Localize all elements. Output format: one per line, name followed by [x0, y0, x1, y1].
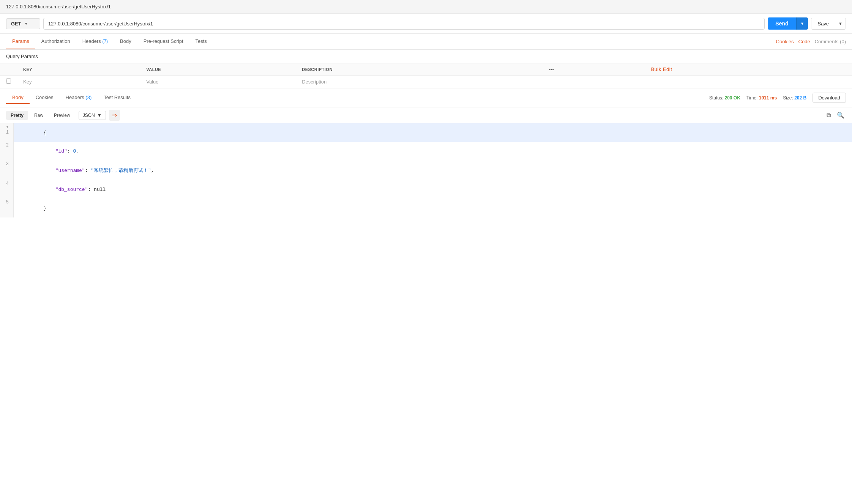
- send-dropdown-button[interactable]: ▼: [796, 17, 808, 30]
- code-lines: ▾ 1 { 2 "id": 0, 3 "username": "系统繁忙，请稍后…: [0, 123, 852, 217]
- tab-pre-request-script[interactable]: Pre-request Script: [137, 34, 189, 49]
- tab-authorization[interactable]: Authorization: [35, 34, 76, 49]
- line-content-1: {: [14, 123, 852, 142]
- url-bar: GET ▼ Send ▼ Save ▼: [0, 14, 852, 34]
- th-value: VALUE: [140, 63, 296, 76]
- response-tab-headers[interactable]: Headers (3): [60, 91, 98, 104]
- bulk-edit-link[interactable]: Bulk Edit: [648, 63, 672, 75]
- row-checkbox[interactable]: [0, 76, 17, 88]
- line-number-1[interactable]: ▾ 1: [0, 123, 14, 142]
- send-button-group: Send ▼: [768, 17, 808, 30]
- format-right-actions: ⧉ 🔍: [825, 110, 846, 120]
- code-link[interactable]: Code: [798, 39, 810, 44]
- page-title: 127.0.0.1:8080/consumer/user/getUserHyst…: [6, 4, 111, 9]
- wrap-button[interactable]: ⇒: [109, 110, 120, 121]
- format-preview-button[interactable]: Preview: [49, 111, 75, 120]
- url-input[interactable]: [43, 18, 765, 30]
- save-dropdown-button[interactable]: ▼: [835, 18, 846, 29]
- th-description: DESCRIPTION: [296, 63, 543, 76]
- method-select[interactable]: GET ▼: [6, 18, 40, 29]
- response-tabs: Body Cookies Headers (3) Test Results: [6, 91, 137, 104]
- json-indent-2: [43, 148, 55, 154]
- json-brace-open: {: [43, 130, 46, 135]
- tab-body[interactable]: Body: [114, 34, 137, 49]
- download-button[interactable]: Download: [813, 93, 846, 103]
- row-key[interactable]: Key: [17, 76, 140, 88]
- response-tab-body[interactable]: Body: [6, 91, 30, 104]
- status-value: 200 OK: [725, 95, 740, 101]
- tabs-right: Cookies Code Comments (0): [776, 39, 846, 44]
- request-tabs-bar: Params Authorization Headers (7) Body Pr…: [0, 34, 852, 50]
- row-checkbox-input[interactable]: [6, 79, 11, 83]
- json-indent-4: [43, 187, 55, 192]
- th-key: KEY: [17, 63, 140, 76]
- tab-tests[interactable]: Tests: [189, 34, 213, 49]
- tab-params[interactable]: Params: [6, 34, 35, 49]
- th-more[interactable]: •••: [543, 63, 642, 76]
- status-label: Status: 200 OK: [709, 95, 740, 101]
- row-more: [543, 76, 642, 88]
- row-value[interactable]: Value: [140, 76, 296, 88]
- response-tab-test-results[interactable]: Test Results: [98, 91, 137, 104]
- comments-link[interactable]: Comments (0): [815, 39, 846, 44]
- wrap-icon: ⇒: [112, 112, 117, 118]
- json-indent-3: [43, 168, 55, 173]
- send-button[interactable]: Send: [768, 17, 796, 30]
- code-area: ▾ 1 { 2 "id": 0, 3 "username": "系统繁忙，请稍后…: [0, 123, 852, 217]
- cookies-link[interactable]: Cookies: [776, 39, 794, 44]
- format-type-select[interactable]: JSON ▼: [79, 111, 106, 120]
- json-key-dbsource: "db_source": [55, 187, 88, 192]
- title-bar: 127.0.0.1:8080/consumer/user/getUserHyst…: [0, 0, 852, 14]
- params-table: KEY VALUE DESCRIPTION ••• Bulk Edit Key …: [0, 63, 852, 88]
- format-pretty-button[interactable]: Pretty: [6, 111, 28, 120]
- format-raw-button[interactable]: Raw: [30, 111, 48, 120]
- code-line-4: 4 "db_source": null: [0, 180, 852, 199]
- json-brace-close: }: [43, 205, 46, 211]
- tab-headers[interactable]: Headers (7): [76, 34, 114, 49]
- format-type-label: JSON: [83, 113, 95, 118]
- time-label: Time: 1011 ms: [746, 95, 777, 101]
- size-value: 202 B: [794, 95, 806, 101]
- query-params-title: Query Params: [0, 50, 852, 63]
- response-meta: Status: 200 OK Time: 1011 ms Size: 202 B…: [709, 93, 846, 103]
- method-chevron-icon: ▼: [24, 22, 28, 26]
- json-value-username: "系统繁忙，请稍后再试！": [91, 168, 151, 173]
- save-button[interactable]: Save: [811, 18, 835, 29]
- line-content-2: "id": 0,: [14, 142, 852, 161]
- th-checkbox: [0, 63, 17, 76]
- more-options-icon[interactable]: •••: [549, 67, 554, 72]
- line-number-3: 3: [0, 161, 14, 180]
- th-bulk-edit: Bulk Edit: [642, 63, 852, 76]
- line-number-4: 4: [0, 180, 14, 199]
- format-type-chevron-icon: ▼: [97, 113, 102, 118]
- row-description[interactable]: Description: [296, 76, 543, 88]
- code-line-1: ▾ 1 {: [0, 123, 852, 142]
- response-bar: Body Cookies Headers (3) Test Results St…: [0, 88, 852, 107]
- code-line-5: 5 }: [0, 199, 852, 217]
- line-content-3: "username": "系统繁忙，请稍后再试！",: [14, 161, 852, 180]
- line-number-2: 2: [0, 142, 14, 161]
- size-label: Size: 202 B: [783, 95, 806, 101]
- code-line-2: 2 "id": 0,: [0, 142, 852, 161]
- collapse-icon[interactable]: ▾ 1: [6, 124, 9, 135]
- save-button-group: Save ▼: [811, 18, 846, 30]
- json-key-id: "id": [55, 148, 67, 154]
- line-number-5: 5: [0, 199, 14, 217]
- time-value: 1011 ms: [759, 95, 777, 101]
- format-bar: Pretty Raw Preview JSON ▼ ⇒ ⧉ 🔍: [0, 107, 852, 123]
- code-line-3: 3 "username": "系统繁忙，请稍后再试！",: [0, 161, 852, 180]
- json-key-username: "username": [55, 168, 85, 173]
- method-label: GET: [11, 21, 21, 27]
- line-content-4: "db_source": null: [14, 180, 852, 199]
- table-row: Key Value Description: [0, 76, 852, 88]
- line-content-5: }: [14, 199, 852, 217]
- row-bulk: [642, 76, 852, 88]
- json-value-dbsource: null: [94, 187, 106, 192]
- copy-icon[interactable]: ⧉: [825, 110, 832, 120]
- response-tab-cookies[interactable]: Cookies: [30, 91, 60, 104]
- search-icon[interactable]: 🔍: [835, 110, 846, 120]
